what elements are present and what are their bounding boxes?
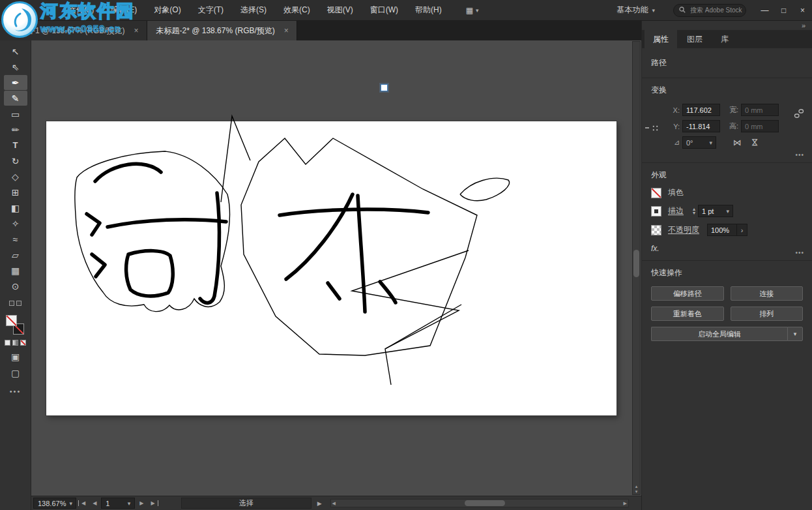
document-tab-1[interactable]: 未标题-1 @ 138.67% (RGB/预览) ×: [0, 21, 147, 40]
drawing-mode-icon[interactable]: ▣: [11, 352, 20, 362]
opacity-swatch[interactable]: [651, 225, 661, 235]
last-artboard-button[interactable]: ▶: [148, 500, 158, 506]
stroke-label[interactable]: 描边: [668, 205, 684, 217]
document-tab-2[interactable]: 未标题-2* @ 138.67% (RGB/预览) ×: [147, 21, 297, 40]
eyedropper-tool[interactable]: ✧: [4, 216, 27, 231]
stroke-weight-select[interactable]: 1 pt ▾: [698, 205, 733, 217]
menu-help[interactable]: 帮助(H): [407, 0, 450, 20]
opacity-label[interactable]: 不透明度: [668, 224, 699, 235]
menu-view[interactable]: 视图(V): [319, 0, 362, 20]
arrange-documents-button[interactable]: ▦ ▾: [462, 6, 483, 15]
gradient-swatch-icon[interactable]: [12, 340, 18, 346]
x-input[interactable]: 117.602: [682, 104, 720, 116]
global-edit-dropdown-icon[interactable]: ▾: [787, 327, 803, 341]
flip-horizontal-icon[interactable]: ⋈: [733, 138, 742, 147]
status-menu-arrow-icon[interactable]: ▶: [313, 500, 326, 507]
stroke-swatch[interactable]: [651, 206, 661, 217]
scroll-right-icon[interactable]: ▶: [624, 500, 627, 507]
width-tool[interactable]: ≈: [4, 232, 27, 247]
horizontal-scrollbar[interactable]: ◀ ▶: [330, 499, 629, 507]
zoom-level-control[interactable]: 138.67% ▾: [33, 498, 76, 509]
panel-menu-icon[interactable]: »: [802, 22, 805, 29]
edit-toolbar-more-icon[interactable]: •••: [10, 387, 22, 395]
constrain-proportions-icon[interactable]: [794, 108, 804, 121]
join-button[interactable]: 连接: [731, 286, 804, 301]
arrange-button[interactable]: 排列: [731, 307, 804, 321]
y-input[interactable]: -11.814: [682, 120, 720, 132]
stock-search[interactable]: [673, 4, 746, 17]
menu-file[interactable]: 文件(F): [60, 0, 102, 20]
first-artboard-button[interactable]: ◀: [78, 500, 88, 506]
tab-properties[interactable]: 属性: [645, 30, 677, 48]
fill-color-swatch[interactable]: [6, 315, 17, 326]
eraser-tool[interactable]: ◇: [4, 169, 27, 184]
pencil-tool[interactable]: ✏: [4, 122, 27, 137]
tab-layers[interactable]: 图层: [678, 30, 711, 48]
stroke-weight-stepper[interactable]: ▴ ▾: [693, 207, 695, 215]
menu-edit[interactable]: 编辑(E): [102, 0, 145, 20]
document-tab-bar: 未标题-1 @ 138.67% (RGB/预览) × 未标题-2* @ 138.…: [0, 21, 641, 40]
height-input[interactable]: 0 mm: [741, 120, 779, 132]
opacity-expand-icon[interactable]: ›: [737, 224, 747, 236]
color-swatch-icon[interactable]: [5, 340, 10, 346]
fill-swatch[interactable]: [651, 188, 661, 198]
rotate-angle-select[interactable]: 0° ▾: [682, 136, 716, 149]
opacity-input[interactable]: 100%: [707, 224, 737, 236]
scroll-up-icon[interactable]: ▴: [635, 484, 638, 489]
free-transform-tool[interactable]: ⊞: [4, 185, 27, 200]
vertical-scrollbar-thumb[interactable]: [633, 250, 639, 277]
close-button[interactable]: ×: [793, 0, 812, 20]
screen-mode-icon[interactable]: ▢: [11, 368, 20, 378]
menu-window[interactable]: 窗口(W): [362, 0, 407, 20]
panel-body: 路径 变换 X: 117.602 宽: 0 mm: [642, 48, 812, 510]
canvas[interactable]: ▴ ▾ 138.67% ▾ ◀ ◀ 1 ▾ ▶: [31, 40, 641, 510]
transform-more-options[interactable]: •••: [795, 151, 804, 158]
direct-selection-tool[interactable]: ⇖: [4, 59, 27, 74]
menu-object[interactable]: 对象(O): [145, 0, 189, 20]
gradient-tool[interactable]: ◧: [4, 200, 27, 215]
minimize-button[interactable]: —: [755, 0, 774, 20]
recolor-button[interactable]: 重新着色: [651, 307, 724, 321]
flip-vertical-icon[interactable]: ⋈: [750, 138, 760, 147]
effects-button[interactable]: fx.: [651, 244, 803, 253]
appearance-more-options[interactable]: •••: [795, 249, 804, 256]
rectangle-tool[interactable]: ▭: [4, 106, 27, 121]
reference-point-selector[interactable]: [651, 124, 660, 132]
paintbrush-tool[interactable]: ✎: [4, 91, 27, 106]
curvature-tool[interactable]: ✒: [4, 75, 27, 90]
menu-effect[interactable]: 效果(C): [275, 0, 319, 20]
menu-select[interactable]: 选择(S): [232, 0, 275, 20]
workspace-switcher[interactable]: 基本功能 ▾: [610, 5, 661, 16]
width-input[interactable]: 0 mm: [741, 104, 779, 116]
properties-panel: » 属性 图层 库 路径 变换 X: 117.602: [641, 21, 812, 510]
offset-path-button[interactable]: 偏移路径: [651, 286, 724, 301]
start-global-edit-button[interactable]: 启动全局编辑: [651, 327, 787, 341]
shape-builder-tool[interactable]: ▱: [4, 247, 27, 262]
horizontal-scrollbar-thumb[interactable]: [465, 500, 505, 506]
selection-tool[interactable]: ↖: [4, 44, 27, 59]
scroll-down-icon[interactable]: ▾: [635, 489, 638, 494]
close-icon[interactable]: ×: [283, 26, 290, 35]
next-artboard-button[interactable]: ▶: [137, 500, 146, 506]
vertical-scrollbar[interactable]: ▴ ▾: [632, 41, 641, 495]
artboard-navigation-control[interactable]: 1 ▾: [101, 498, 135, 509]
type-tool[interactable]: T: [4, 138, 27, 153]
tab-libraries[interactable]: 库: [712, 30, 737, 48]
zoom-tool[interactable]: ⊙: [4, 278, 27, 293]
panel-overflow: »: [642, 21, 812, 30]
rotate-tool[interactable]: ↻: [4, 153, 27, 168]
none-swatch-icon[interactable]: [20, 340, 26, 346]
artboard-tool[interactable]: ▦: [4, 263, 27, 278]
draw-mode-mini-icons[interactable]: [9, 301, 22, 306]
artwork[interactable]: [46, 121, 616, 415]
selection-anchor-handle[interactable]: [381, 84, 388, 91]
close-icon[interactable]: ×: [133, 26, 140, 35]
maximize-button[interactable]: □: [774, 0, 793, 20]
stepper-down-icon[interactable]: ▾: [693, 211, 695, 215]
app-icon[interactable]: ⊞: [5, 5, 20, 16]
menu-type[interactable]: 文字(T): [190, 0, 232, 20]
scroll-left-icon[interactable]: ◀: [332, 500, 336, 507]
search-input[interactable]: [689, 6, 744, 14]
previous-artboard-button[interactable]: ◀: [90, 500, 99, 506]
artboard[interactable]: [46, 121, 616, 415]
